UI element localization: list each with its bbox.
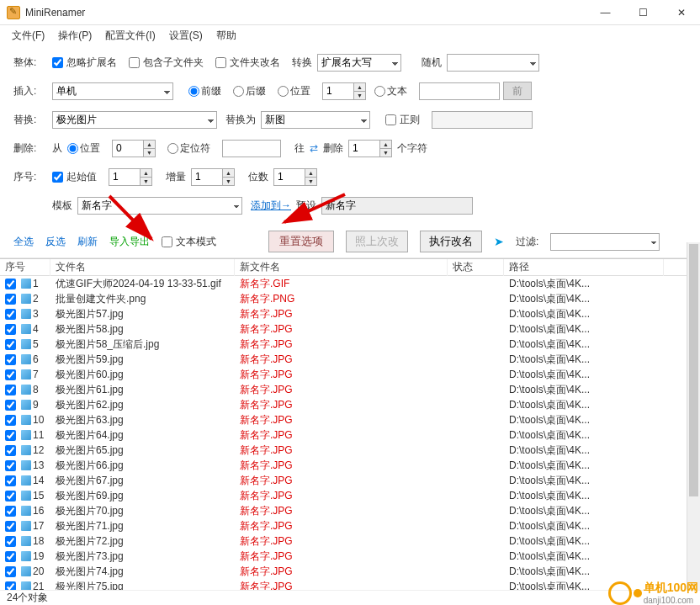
del-position-input[interactable] (112, 140, 144, 157)
row-checkbox[interactable] (5, 566, 16, 577)
increment-input[interactable] (191, 168, 223, 186)
table-row[interactable]: 11极光图片64.jpg新名字.JPGD:\tools\桌面\4K... (0, 427, 700, 443)
menu-help[interactable]: 帮助 (211, 27, 241, 45)
swap-icon[interactable]: ⇄ (310, 142, 318, 154)
row-checkbox[interactable] (5, 445, 16, 456)
invert-link[interactable]: 反选 (45, 235, 66, 249)
insert-mode-combo[interactable]: 单机 (52, 82, 173, 100)
table-row[interactable]: 8极光图片61.jpg新名字.JPGD:\tools\桌面\4K... (0, 382, 700, 397)
execute-button[interactable]: 执行改名 (420, 231, 482, 252)
insert-text-input[interactable] (419, 82, 500, 100)
preset-combo[interactable]: 新名字 (321, 197, 473, 215)
table-row[interactable]: 19极光图片73.jpg新名字.JPGD:\tools\桌面\4K... (0, 549, 700, 564)
table-row[interactable]: 16极光图片70.jpg新名字.JPGD:\tools\桌面\4K... (0, 503, 700, 518)
table-row[interactable]: 20极光图片74.jpg新名字.JPGD:\tools\桌面\4K... (0, 564, 700, 579)
row-checkbox[interactable] (5, 369, 16, 380)
go-button[interactable]: 前 (503, 82, 532, 100)
menu-config[interactable]: 配置文件(I) (100, 27, 160, 45)
table-row[interactable]: 14极光图片67.jpg新名字.JPGD:\tools\桌面\4K... (0, 473, 700, 488)
table-row[interactable]: 15极光图片69.jpg新名字.JPGD:\tools\桌面\4K... (0, 488, 700, 503)
del-count-spinner[interactable]: ▲▼ (379, 140, 392, 157)
start-value-input[interactable] (109, 168, 141, 186)
table-row[interactable]: 6极光图片59.jpg新名字.JPGD:\tools\桌面\4K... (0, 352, 700, 367)
row-checkbox[interactable] (5, 354, 16, 365)
row-checkbox[interactable] (5, 339, 16, 350)
menu-settings[interactable]: 设置(S) (164, 27, 208, 45)
template-combo[interactable]: 新名字 (77, 197, 242, 215)
ignore-ext-checkbox[interactable]: 忽略扩展名 (52, 56, 117, 70)
del-locator-radio[interactable]: 定位符 (167, 141, 210, 156)
row-checkbox[interactable] (5, 506, 16, 517)
menu-operate[interactable]: 操作(P) (53, 27, 97, 45)
table-row[interactable]: 2批量创建文件夹.png新名字.PNGD:\tools\桌面\4K... (0, 291, 700, 306)
close-button[interactable]: ✕ (662, 0, 700, 25)
scrollbar-thumb[interactable] (689, 244, 698, 496)
row-checkbox[interactable] (5, 460, 16, 471)
text-mode-checkbox[interactable]: 文本模式 (162, 235, 216, 249)
row-checkbox[interactable] (5, 309, 16, 320)
row-checkbox[interactable] (5, 279, 16, 289)
reset-options-button[interactable]: 重置选项 (268, 231, 334, 252)
refresh-link[interactable]: 刷新 (77, 235, 98, 249)
row-checkbox[interactable] (5, 521, 16, 532)
vertical-scrollbar[interactable] (687, 242, 700, 590)
maximize-button[interactable]: ☐ (624, 0, 662, 25)
suffix-radio[interactable]: 后缀 (233, 84, 266, 98)
include-subfolders-checkbox[interactable]: 包含子文件夹 (129, 56, 204, 70)
increment-spinner[interactable]: ▲▼ (222, 168, 235, 186)
random-combo[interactable] (447, 54, 539, 72)
row-checkbox[interactable] (5, 536, 16, 547)
table-row[interactable]: 9极光图片62.jpg新名字.JPGD:\tools\桌面\4K... (0, 397, 700, 412)
table-row[interactable]: 18极光图片72.jpg新名字.JPGD:\tools\桌面\4K... (0, 533, 700, 549)
col-path[interactable]: 路径 (504, 258, 664, 276)
row-checkbox[interactable] (5, 551, 16, 562)
digits-spinner[interactable]: ▲▼ (305, 168, 317, 186)
repeat-last-button[interactable]: 照上次改 (346, 231, 408, 252)
table-row[interactable]: 13极光图片66.jpg新名字.JPGD:\tools\桌面\4K... (0, 458, 700, 473)
row-checkbox[interactable] (5, 415, 16, 426)
filter-combo[interactable] (550, 233, 660, 251)
rename-folders-checkbox[interactable]: 文件夹改名 (215, 56, 280, 70)
table-row[interactable]: 4极光图片58.jpg新名字.JPGD:\tools\桌面\4K... (0, 321, 700, 337)
table-row[interactable]: 5极光图片58_压缩后.jpg新名字.JPGD:\tools\桌面\4K... (0, 337, 700, 352)
del-count-input[interactable] (348, 140, 380, 157)
position-spinner[interactable]: ▲▼ (353, 82, 366, 100)
position-value-input[interactable] (322, 82, 354, 100)
table-row[interactable]: 10极光图片63.jpg新名字.JPGD:\tools\桌面\4K... (0, 412, 700, 427)
table-row[interactable]: 1优速GIF大师2024-04-19 13-33-51.gif新名字.GIFD:… (0, 276, 700, 291)
digits-input[interactable] (273, 168, 305, 186)
col-newname[interactable]: 新文件名 (235, 258, 448, 276)
col-name[interactable]: 文件名 (50, 258, 235, 276)
col-seq[interactable]: 序号 (0, 258, 50, 276)
position-radio[interactable]: 位置 (278, 84, 310, 98)
minimize-button[interactable]: — (586, 0, 624, 25)
replace-from-combo[interactable]: 极光图片 (52, 111, 217, 129)
row-checkbox[interactable] (5, 324, 16, 335)
del-position-radio[interactable]: 位置 (67, 141, 100, 156)
convert-combo[interactable]: 扩展名大写 (317, 54, 401, 72)
del-locator-input[interactable] (222, 140, 281, 157)
table-row[interactable]: 17极光图片71.jpg新名字.JPGD:\tools\桌面\4K... (0, 518, 700, 533)
import-export-link[interactable]: 导入导出 (109, 235, 150, 249)
row-checkbox[interactable] (5, 385, 16, 395)
row-checkbox[interactable] (5, 294, 16, 305)
del-position-spinner[interactable]: ▲▼ (143, 140, 156, 157)
col-status[interactable]: 状态 (448, 258, 504, 276)
prefix-radio[interactable]: 前缀 (188, 84, 221, 98)
table-row[interactable]: 7极光图片60.jpg新名字.JPGD:\tools\桌面\4K... (0, 367, 700, 382)
start-value-checkbox[interactable]: 起始值 (52, 170, 97, 184)
watermark-dot-icon (634, 589, 642, 597)
text-radio[interactable]: 文本 (374, 84, 407, 98)
start-value-spinner[interactable]: ▲▼ (140, 168, 152, 186)
add-to-link[interactable]: 添加到→ (251, 199, 291, 213)
table-row[interactable]: 3极光图片57.jpg新名字.JPGD:\tools\桌面\4K... (0, 306, 700, 321)
select-all-link[interactable]: 全选 (13, 235, 34, 249)
replace-to-combo[interactable]: 新图 (261, 111, 370, 129)
regex-checkbox[interactable]: 正则 (385, 113, 420, 127)
row-checkbox[interactable] (5, 475, 16, 486)
row-checkbox[interactable] (5, 491, 16, 502)
row-checkbox[interactable] (5, 430, 16, 441)
row-checkbox[interactable] (5, 400, 16, 411)
menu-file[interactable]: 文件(F) (7, 27, 50, 45)
table-row[interactable]: 12极光图片65.jpg新名字.JPGD:\tools\桌面\4K... (0, 443, 700, 458)
